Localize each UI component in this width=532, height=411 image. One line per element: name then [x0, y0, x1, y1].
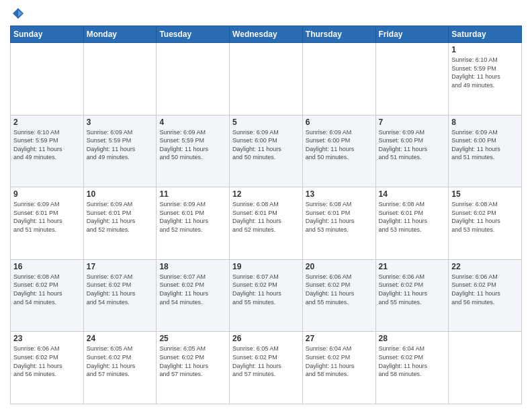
calendar-cell: 23Sunrise: 6:06 AM Sunset: 6:02 PM Dayli…	[11, 332, 84, 404]
day-number: 9	[13, 189, 81, 199]
day-info: Sunrise: 6:08 AM Sunset: 6:01 PM Dayligh…	[306, 200, 373, 234]
day-info: Sunrise: 6:07 AM Sunset: 6:02 PM Dayligh…	[232, 273, 300, 306]
day-info: Sunrise: 6:10 AM Sunset: 5:59 PM Dayligh…	[13, 128, 81, 162]
calendar-cell: 17Sunrise: 6:07 AM Sunset: 6:02 PM Dayli…	[83, 259, 157, 332]
day-number: 15	[451, 189, 519, 199]
day-info: Sunrise: 6:08 AM Sunset: 6:01 PM Dayligh…	[379, 200, 446, 234]
day-number: 16	[13, 262, 81, 271]
day-info: Sunrise: 6:06 AM Sunset: 6:02 PM Dayligh…	[306, 273, 373, 306]
calendar-day-header: Thursday	[302, 26, 375, 43]
day-number: 21	[379, 262, 446, 271]
day-number: 13	[306, 189, 373, 199]
day-number: 17	[87, 262, 154, 271]
logo-icon	[11, 7, 25, 20]
day-number: 14	[379, 189, 446, 199]
day-number: 11	[159, 189, 226, 199]
day-info: Sunrise: 6:09 AM Sunset: 6:00 PM Dayligh…	[232, 128, 300, 162]
calendar-cell: 7Sunrise: 6:09 AM Sunset: 6:00 PM Daylig…	[375, 115, 449, 187]
calendar-week-row: 16Sunrise: 6:08 AM Sunset: 6:02 PM Dayli…	[11, 259, 522, 332]
day-number: 26	[232, 334, 300, 343]
calendar-cell: 25Sunrise: 6:05 AM Sunset: 6:02 PM Dayli…	[157, 332, 230, 404]
calendar-cell: 3Sunrise: 6:09 AM Sunset: 5:59 PM Daylig…	[83, 115, 157, 187]
day-number: 7	[379, 118, 446, 127]
day-info: Sunrise: 6:05 AM Sunset: 6:02 PM Dayligh…	[87, 345, 154, 378]
calendar-day-header: Monday	[83, 26, 157, 43]
day-number: 12	[232, 189, 300, 199]
calendar-week-row: 2Sunrise: 6:10 AM Sunset: 5:59 PM Daylig…	[11, 115, 522, 187]
day-info: Sunrise: 6:10 AM Sunset: 5:59 PM Dayligh…	[451, 56, 519, 89]
day-info: Sunrise: 6:08 AM Sunset: 6:02 PM Dayligh…	[451, 200, 519, 234]
day-number: 1	[451, 45, 519, 54]
calendar-week-row: 9Sunrise: 6:09 AM Sunset: 6:01 PM Daylig…	[11, 187, 522, 260]
calendar-day-header: Friday	[375, 26, 449, 43]
day-number: 10	[87, 189, 154, 199]
calendar-cell: 13Sunrise: 6:08 AM Sunset: 6:01 PM Dayli…	[302, 187, 375, 260]
calendar-cell: 24Sunrise: 6:05 AM Sunset: 6:02 PM Dayli…	[83, 332, 157, 404]
calendar-cell	[11, 43, 84, 116]
day-info: Sunrise: 6:06 AM Sunset: 6:02 PM Dayligh…	[13, 345, 81, 378]
calendar-cell: 12Sunrise: 6:08 AM Sunset: 6:01 PM Dayli…	[230, 187, 303, 260]
page: SundayMondayTuesdayWednesdayThursdayFrid…	[0, 0, 532, 411]
logo	[10, 7, 25, 20]
calendar-cell	[157, 43, 230, 116]
calendar-cell	[83, 43, 157, 116]
calendar-cell	[449, 332, 522, 404]
calendar-cell: 8Sunrise: 6:09 AM Sunset: 6:00 PM Daylig…	[449, 115, 522, 187]
calendar-cell: 1Sunrise: 6:10 AM Sunset: 5:59 PM Daylig…	[449, 43, 522, 116]
day-info: Sunrise: 6:04 AM Sunset: 6:02 PM Dayligh…	[306, 345, 373, 378]
calendar-cell: 16Sunrise: 6:08 AM Sunset: 6:02 PM Dayli…	[11, 259, 84, 332]
calendar-cell: 28Sunrise: 6:04 AM Sunset: 6:02 PM Dayli…	[375, 332, 449, 404]
calendar-day-header: Wednesday	[230, 26, 303, 43]
day-info: Sunrise: 6:06 AM Sunset: 6:02 PM Dayligh…	[379, 273, 446, 306]
day-number: 3	[87, 118, 154, 127]
day-info: Sunrise: 6:08 AM Sunset: 6:01 PM Dayligh…	[232, 200, 300, 234]
day-number: 8	[451, 118, 519, 127]
header	[10, 7, 522, 20]
day-number: 20	[306, 262, 373, 271]
day-info: Sunrise: 6:09 AM Sunset: 5:59 PM Dayligh…	[159, 128, 226, 162]
calendar-day-header: Sunday	[11, 26, 84, 43]
day-info: Sunrise: 6:05 AM Sunset: 6:02 PM Dayligh…	[159, 345, 226, 378]
day-number: 4	[159, 118, 226, 127]
day-number: 23	[13, 334, 81, 343]
calendar-day-header: Tuesday	[157, 26, 230, 43]
calendar-cell	[302, 43, 375, 116]
day-number: 18	[159, 262, 226, 271]
calendar-cell: 27Sunrise: 6:04 AM Sunset: 6:02 PM Dayli…	[302, 332, 375, 404]
day-info: Sunrise: 6:09 AM Sunset: 6:01 PM Dayligh…	[159, 200, 226, 234]
calendar-cell: 14Sunrise: 6:08 AM Sunset: 6:01 PM Dayli…	[375, 187, 449, 260]
calendar-cell: 4Sunrise: 6:09 AM Sunset: 5:59 PM Daylig…	[157, 115, 230, 187]
day-number: 28	[379, 334, 446, 343]
calendar-cell: 26Sunrise: 6:05 AM Sunset: 6:02 PM Dayli…	[230, 332, 303, 404]
calendar-cell: 2Sunrise: 6:10 AM Sunset: 5:59 PM Daylig…	[11, 115, 84, 187]
day-number: 25	[159, 334, 226, 343]
day-info: Sunrise: 6:04 AM Sunset: 6:02 PM Dayligh…	[379, 345, 446, 378]
day-info: Sunrise: 6:09 AM Sunset: 6:00 PM Dayligh…	[379, 128, 446, 162]
day-number: 6	[306, 118, 373, 127]
calendar-cell: 21Sunrise: 6:06 AM Sunset: 6:02 PM Dayli…	[375, 259, 449, 332]
calendar-cell: 9Sunrise: 6:09 AM Sunset: 6:01 PM Daylig…	[11, 187, 84, 260]
day-info: Sunrise: 6:09 AM Sunset: 6:00 PM Dayligh…	[451, 128, 519, 162]
day-info: Sunrise: 6:07 AM Sunset: 6:02 PM Dayligh…	[87, 273, 154, 306]
calendar-cell: 10Sunrise: 6:09 AM Sunset: 6:01 PM Dayli…	[83, 187, 157, 260]
day-info: Sunrise: 6:09 AM Sunset: 6:00 PM Dayligh…	[306, 128, 373, 162]
calendar-week-row: 1Sunrise: 6:10 AM Sunset: 5:59 PM Daylig…	[11, 43, 522, 116]
calendar-week-row: 23Sunrise: 6:06 AM Sunset: 6:02 PM Dayli…	[11, 332, 522, 404]
day-number: 24	[87, 334, 154, 343]
day-info: Sunrise: 6:09 AM Sunset: 5:59 PM Dayligh…	[87, 128, 154, 162]
calendar-day-header: Saturday	[449, 26, 522, 43]
calendar-header-row: SundayMondayTuesdayWednesdayThursdayFrid…	[11, 26, 522, 43]
day-info: Sunrise: 6:07 AM Sunset: 6:02 PM Dayligh…	[159, 273, 226, 306]
day-info: Sunrise: 6:09 AM Sunset: 6:01 PM Dayligh…	[13, 200, 81, 234]
calendar-cell: 11Sunrise: 6:09 AM Sunset: 6:01 PM Dayli…	[157, 187, 230, 260]
calendar-cell: 22Sunrise: 6:06 AM Sunset: 6:02 PM Dayli…	[449, 259, 522, 332]
day-info: Sunrise: 6:06 AM Sunset: 6:02 PM Dayligh…	[451, 273, 519, 306]
day-info: Sunrise: 6:08 AM Sunset: 6:02 PM Dayligh…	[13, 273, 81, 306]
calendar-cell: 18Sunrise: 6:07 AM Sunset: 6:02 PM Dayli…	[157, 259, 230, 332]
calendar-cell: 20Sunrise: 6:06 AM Sunset: 6:02 PM Dayli…	[302, 259, 375, 332]
calendar-cell: 6Sunrise: 6:09 AM Sunset: 6:00 PM Daylig…	[302, 115, 375, 187]
calendar-table: SundayMondayTuesdayWednesdayThursdayFrid…	[10, 26, 522, 404]
calendar-cell: 19Sunrise: 6:07 AM Sunset: 6:02 PM Dayli…	[230, 259, 303, 332]
calendar-cell: 5Sunrise: 6:09 AM Sunset: 6:00 PM Daylig…	[230, 115, 303, 187]
day-number: 19	[232, 262, 300, 271]
